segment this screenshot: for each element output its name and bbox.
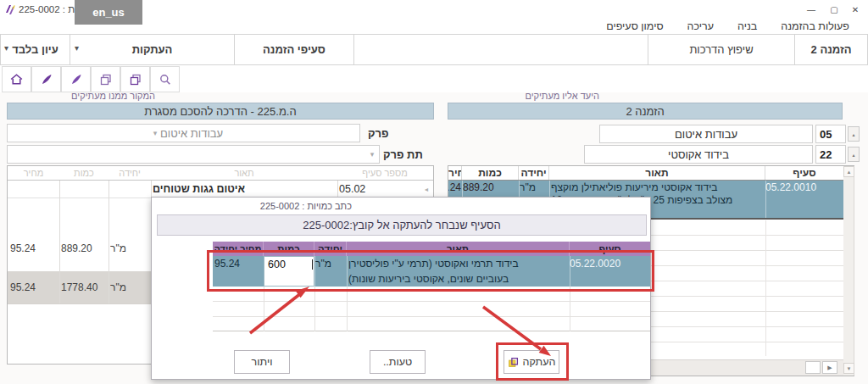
- subchapter-combobox[interactable]: ▾: [7, 145, 380, 164]
- scroll-up-button[interactable]: ▲: [843, 166, 854, 177]
- maximize-button[interactable]: ▢: [826, 3, 842, 16]
- tab-spacer: [353, 34, 648, 65]
- chevron-down-icon[interactable]: ▾: [367, 146, 377, 163]
- chapter-combobox-value: עבודות איטום: [160, 125, 353, 142]
- header-divider: [8, 180, 433, 181]
- col-header-qty[interactable]: כמות: [59, 166, 108, 179]
- grid-vline: [337, 181, 338, 198]
- chevron-down-icon[interactable]: ▾: [4, 43, 8, 53]
- tab-order-items[interactable]: סעיפי הזמנה: [234, 34, 354, 65]
- target-chapter-spinner[interactable]: ▴: [848, 126, 860, 142]
- tab-view-only[interactable]: ▾ עיון בלבד: [0, 34, 70, 65]
- menu-item-order-actions[interactable]: פעולות בהזמנה: [781, 20, 849, 32]
- duplicate-window-icon: [129, 73, 142, 86]
- search-button[interactable]: [150, 66, 180, 92]
- tab-order-description-label: שיפוץ הדרכות: [689, 43, 753, 56]
- tab-order[interactable]: הזמנה 2: [794, 34, 868, 65]
- col-header-unit[interactable]: יחידה: [108, 166, 151, 179]
- target-chapter-code[interactable]: 05: [815, 125, 846, 143]
- dialog-header: הסעיף שנבחר להעתקה אל קובץ:225-0002: [157, 214, 647, 236]
- tab-order-label: הזמנה 2: [811, 43, 852, 56]
- source-panel-caption: המקור ממנו מעתיקים: [11, 90, 155, 102]
- menu-item-mark-items[interactable]: סימון סעיפים: [606, 20, 663, 32]
- col-header-item[interactable]: סעיף: [765, 166, 843, 180]
- row-item-number[interactable]: 05.22.0010: [765, 181, 842, 193]
- grid-vline: [765, 181, 766, 218]
- vertical-scrollbar[interactable]: [843, 166, 854, 376]
- col-header-desc[interactable]: תאור: [549, 166, 765, 180]
- target-panel-caption: היעד אליו מעתיקים: [455, 90, 599, 102]
- annotation-arrow-quantity: [242, 282, 320, 338]
- col-header-desc[interactable]: תאור: [151, 166, 337, 179]
- annotation-arrow-copy: [473, 298, 554, 359]
- tab-order-items-label: סעיפי הזמנה: [263, 43, 326, 56]
- edit-pen-alt-button[interactable]: [61, 66, 91, 92]
- col-header-item[interactable]: מספר סעיף: [337, 166, 432, 179]
- scroll-down-button[interactable]: ▼: [843, 363, 854, 374]
- target-subchapter-spinner[interactable]: ▴: [848, 147, 860, 162]
- home-button[interactable]: [2, 66, 31, 92]
- minimize-button[interactable]: —: [804, 3, 819, 16]
- target-chapter-name-label: עבודות איטום: [675, 128, 737, 141]
- tab-order-description[interactable]: שיפוץ הדרכות: [648, 34, 795, 65]
- spinner-up-icon: ▴: [853, 131, 855, 137]
- target-subchapter-code[interactable]: 22: [815, 145, 846, 164]
- search-icon: [159, 73, 172, 86]
- scroll-right-button[interactable]: ▶: [822, 361, 837, 374]
- duplicate-window-button[interactable]: [120, 66, 150, 92]
- cancel-button[interactable]: ויתור: [234, 350, 290, 374]
- source-panel-header: ה.מ.225 - הדרכה להסכם מסגרת: [7, 103, 434, 120]
- row-item-number[interactable]: 05.02: [339, 181, 420, 197]
- chapter-combobox[interactable]: עבודות איטום ▾: [7, 124, 360, 142]
- subchapter-label: תת פרק: [383, 145, 427, 164]
- target-subchapter-code-value: 22: [820, 148, 832, 161]
- menubar: פעולות בהזמנה בניה עריכה סימון סעיפים: [606, 19, 849, 34]
- row-qty: 889.20: [61, 242, 103, 254]
- grid-vline: [108, 181, 109, 303]
- scroll-right-icon: ▶: [827, 365, 832, 371]
- grid-vline: [59, 181, 60, 303]
- tab-copies[interactable]: ▾ העתקות: [70, 34, 235, 65]
- titlebar: מויות : 225-0002 en_us — ▢ ✕: [0, 0, 868, 19]
- source-panel-header-label: ה.מ.225 - הדרכה להסכם מסגרת: [144, 105, 296, 118]
- close-button[interactable]: ✕: [848, 3, 863, 16]
- scroll-down-icon: ▼: [847, 366, 852, 371]
- row-description[interactable]: איטום גגות שטוחים: [153, 181, 333, 197]
- menu-item-build[interactable]: בניה: [737, 20, 757, 32]
- chapter-label: פרק: [368, 124, 427, 142]
- row-qty: 1778.40: [61, 281, 103, 293]
- row-marker: ◄: [420, 181, 432, 197]
- tab-copies-label: העתקות: [132, 43, 173, 56]
- grid-vline: [570, 287, 570, 331]
- cascade-windows-icon: [99, 73, 113, 86]
- col-header-qty[interactable]: כמות: [462, 166, 519, 180]
- pen-icon: [70, 73, 83, 86]
- chevron-down-icon[interactable]: ▾: [150, 125, 160, 142]
- app-logo-icon: [4, 3, 16, 15]
- dialog-header-label: הסעיף שנבחר להעתקה אל קובץ:225-0002: [303, 219, 501, 231]
- row-price-clipped[interactable]: 95.24: [448, 181, 461, 193]
- col-header-price[interactable]: מחיר: [8, 166, 59, 179]
- edit-pen-button[interactable]: [31, 66, 61, 92]
- menu-item-edit[interactable]: עריכה: [687, 20, 714, 32]
- scroll-up-icon: ▲: [847, 170, 852, 175]
- target-chapter-name: עבודות איטום: [599, 125, 813, 143]
- target-subchapter-name: בידוד אקוסטי: [584, 145, 813, 164]
- row-unit[interactable]: מ"ר: [520, 181, 548, 193]
- col-header-unit[interactable]: יחידה: [519, 166, 549, 180]
- cascade-windows-button[interactable]: [91, 66, 120, 92]
- chevron-down-icon[interactable]: ▾: [75, 43, 79, 53]
- scrollbar-button[interactable]: [805, 361, 821, 374]
- row-description[interactable]: בידוד אקוסטי מיריעות פוליאתילן מוקצף: [551, 181, 764, 193]
- row-qty[interactable]: 889.20: [463, 181, 517, 193]
- target-subchapter-name-label: בידוד אקוסטי: [668, 148, 729, 161]
- spinner-up-icon: ▴: [853, 152, 855, 158]
- col-header-price[interactable]: מחיר: [448, 166, 462, 180]
- error-button[interactable]: טעות..: [370, 350, 426, 374]
- language-badge[interactable]: en_us: [75, 0, 142, 25]
- grid-vline: [765, 220, 766, 356]
- dialog-title: כתב כמויות : 225-0002: [165, 199, 352, 212]
- tab-view-only-label: עיון בלבד: [12, 43, 58, 56]
- row-unit: מ"ר: [110, 242, 146, 254]
- target-chapter-code-value: 05: [820, 128, 832, 141]
